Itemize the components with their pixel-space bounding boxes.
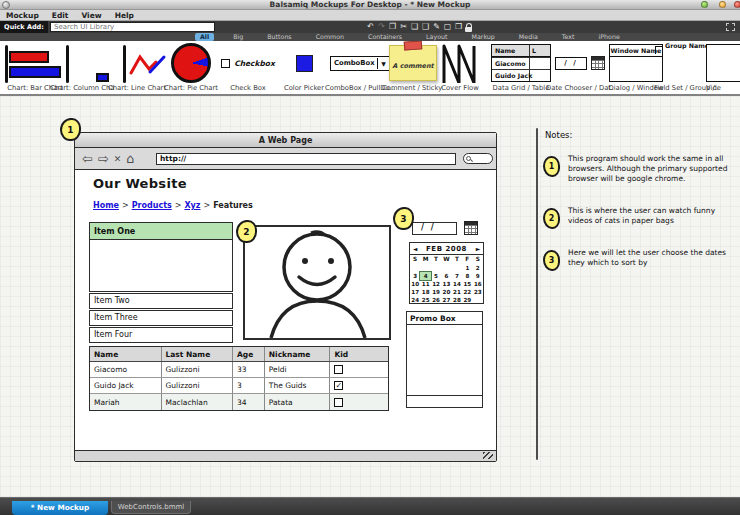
breadcrumb-features: Features <box>213 201 253 210</box>
note-item-1[interactable]: 1 This program should work the same in a… <box>543 154 733 184</box>
duplicate-icon[interactable]: ❐ <box>388 21 397 33</box>
list-widget[interactable]: Item One Item Two Item Three Item Four <box>89 222 233 343</box>
quick-add-label: Quick Add: <box>0 21 48 33</box>
window-title: Balsamiq Mockups For Desktop - * New Moc… <box>0 0 740 10</box>
tab-media[interactable]: Media <box>514 33 543 41</box>
calendar-widget[interactable]: ◄ FEB 2008 ► SMTWTFS 12 3456789 10111213… <box>409 242 484 304</box>
calendar-day: 11 <box>420 280 430 288</box>
date-input-widget[interactable]: / / <box>412 222 457 235</box>
library-item-pie-chart[interactable]: Chart: Pie Chart <box>160 41 222 94</box>
minimize-button[interactable] <box>701 1 708 8</box>
copy-icon[interactable]: ❏ <box>410 21 419 33</box>
mockup-canvas[interactable]: 1 2 3 A Web Page ⇦ ⇨ ✕ ⌂ http:// Our Web… <box>0 96 740 497</box>
calendar-header: ◄ FEB 2008 ► <box>410 243 483 255</box>
tab-new-mockup[interactable]: * New Mockup <box>12 501 108 515</box>
magnifier-icon <box>466 156 471 161</box>
tab-iphone[interactable]: iPhone <box>594 33 625 41</box>
note-item-2[interactable]: 2 This is where the user can watch funny… <box>543 206 733 229</box>
cut-icon[interactable]: ✂ <box>399 21 408 33</box>
library-item-video[interactable]: Vide <box>706 41 740 94</box>
calendar-prev-icon[interactable]: ◄ <box>410 245 420 252</box>
promo-box-title: Promo Box <box>407 312 482 325</box>
tab-buttons[interactable]: Buttons <box>262 33 296 41</box>
library-item-data-grid[interactable]: NameL Giacomo Guido Jack Data Grid / Tab… <box>487 41 555 94</box>
table-row: Mariah Maclachlan 34 Patata <box>90 394 388 410</box>
ui-library-strip: Chart: Bar Chart Chart: Column Chart Cha… <box>0 41 740 96</box>
calendar-day <box>420 264 430 272</box>
callout-1[interactable]: 1 <box>60 118 81 141</box>
data-table-widget[interactable]: Name Last Name Age Nickname Kid Giacomo … <box>89 346 389 411</box>
home-icon: ⌂ <box>126 148 134 170</box>
kid-checkbox[interactable]: ✓ <box>334 381 343 390</box>
lock-icon[interactable] <box>465 27 472 32</box>
callout-2[interactable]: 2 <box>236 220 257 243</box>
markup-pencil-icon[interactable]: ✎ <box>432 21 441 33</box>
library-item-check-box[interactable]: Checkbox Check Box <box>217 41 279 94</box>
group-icon[interactable]: ❒ <box>454 21 463 33</box>
note-item-3[interactable]: 3 Here we will let the user choose the d… <box>543 248 733 271</box>
app-window: Balsamiq Mockups For Desktop - * New Moc… <box>0 0 740 515</box>
calendar-day: 13 <box>441 280 451 288</box>
calendar-day: 14 <box>452 280 462 288</box>
promo-box-footer <box>407 395 482 407</box>
search-input[interactable] <box>50 22 215 32</box>
notes-title: Notes: <box>545 130 572 140</box>
titlebar: Balsamiq Mockups For Desktop - * New Moc… <box>0 0 740 10</box>
list-item: Item Three <box>89 310 233 326</box>
selection-box-icon[interactable]: ▢ <box>443 21 452 33</box>
back-arrow-icon: ⇦ <box>82 148 93 170</box>
calendar-day: 4 <box>420 272 430 280</box>
mockup-tabs-bar: * New Mockup WebControls.bmml <box>0 497 740 515</box>
forward-arrow-icon: ⇨ <box>98 148 109 170</box>
stop-x-icon: ✕ <box>114 148 122 170</box>
tab-text[interactable]: Text <box>557 33 580 41</box>
close-button[interactable] <box>734 1 740 8</box>
calendar-day: 3 <box>410 272 420 280</box>
calendar-day: 24 <box>410 296 420 304</box>
tab-layout[interactable]: Layout <box>421 33 452 41</box>
menu-view[interactable]: View <box>81 11 101 20</box>
paste-icon[interactable]: ❑ <box>421 21 430 33</box>
callout-3[interactable]: 3 <box>393 207 414 230</box>
redo-icon[interactable]: ↷ <box>377 21 386 33</box>
calendar-day: 19 <box>431 288 441 296</box>
tab-big[interactable]: Big <box>228 33 248 41</box>
menu-help[interactable]: Help <box>115 11 134 20</box>
calendar-day: 6 <box>441 272 451 280</box>
calendar-day <box>441 264 451 272</box>
kid-checkbox[interactable] <box>334 365 343 374</box>
tab-webcontrols[interactable]: WebControls.bmml <box>111 501 191 514</box>
menu-mockup[interactable]: Mockup <box>6 11 39 20</box>
library-item-cover-flow[interactable]: Cover Flow <box>435 41 485 94</box>
calendar-day: 12 <box>431 280 441 288</box>
calendar-day: 10 <box>410 280 420 288</box>
crop-selection-icon[interactable] <box>726 23 735 31</box>
tab-containers[interactable]: Containers <box>363 33 407 41</box>
video-player-icon <box>706 44 740 82</box>
calendar-day: 15 <box>462 280 472 288</box>
calendar-day: 7 <box>452 272 462 280</box>
calendar-day <box>431 264 441 272</box>
sticky-note-icon: A comment <box>389 45 437 81</box>
menubar: Mockup Edit View Help <box>0 10 740 21</box>
browser-window-widget[interactable]: A Web Page ⇦ ⇨ ✕ ⌂ http:// Our Website H… <box>74 132 497 462</box>
zoom-button[interactable] <box>719 1 726 8</box>
url-field: http:// <box>156 153 456 165</box>
tab-all[interactable]: All <box>195 33 214 41</box>
promo-box-widget[interactable]: Promo Box <box>406 311 483 408</box>
image-widget[interactable] <box>243 225 391 340</box>
tab-common[interactable]: Common <box>311 33 349 41</box>
kid-checkbox[interactable] <box>334 398 343 407</box>
menu-edit[interactable]: Edit <box>52 11 69 20</box>
toolbar: Quick Add: ↶ ↷ ❐ ✂ ❏ ❑ ✎ ▢ ❒ <box>0 21 740 33</box>
tab-markup[interactable]: Markup <box>467 33 500 41</box>
table-row: Giacomo Gulizzoni 33 Peldi <box>90 362 388 378</box>
calendar-button-icon[interactable] <box>464 221 478 235</box>
resize-grip-icon[interactable] <box>483 452 493 459</box>
calendar-day <box>410 264 420 272</box>
toolbar-icons: ↶ ↷ ❐ ✂ ❏ ❑ ✎ ▢ ❒ <box>366 21 472 33</box>
undo-icon[interactable]: ↶ <box>366 21 375 33</box>
library-item-date-chooser[interactable]: / / Date Chooser / Dat... <box>546 41 614 94</box>
calendar-day: 18 <box>420 288 430 296</box>
calendar-next-icon[interactable]: ► <box>473 245 483 252</box>
